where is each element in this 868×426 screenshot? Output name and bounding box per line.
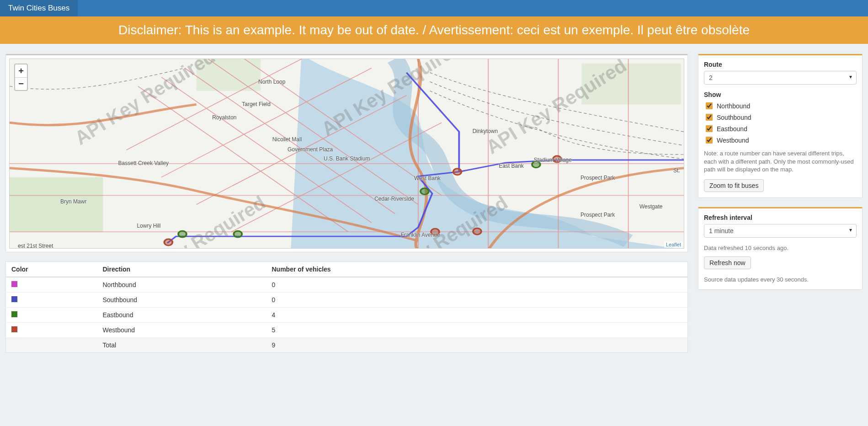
cell-count: 0 bbox=[266, 293, 688, 308]
map-attribution[interactable]: Leaflet bbox=[664, 241, 683, 248]
color-swatch bbox=[11, 281, 17, 287]
place-label: est 21st Street bbox=[18, 243, 53, 249]
disclaimer-banner: Disclaimer: This is an example. It may b… bbox=[0, 16, 868, 44]
table-row: Northbound0 bbox=[6, 277, 688, 293]
direction-checkbox[interactable] bbox=[706, 125, 713, 132]
zoom-control: + − bbox=[14, 64, 28, 91]
cell-direction: Northbound bbox=[97, 277, 266, 293]
table-row: Eastbound4 bbox=[6, 308, 688, 323]
map-panel: + − bbox=[5, 54, 688, 252]
th-count: Number of vehicles bbox=[266, 262, 688, 277]
bus-marker[interactable] bbox=[453, 169, 462, 175]
vehicle-table: Color Direction Number of vehicles North… bbox=[5, 261, 688, 353]
zoom-out-button[interactable]: − bbox=[15, 77, 27, 90]
place-label: Stadium Village bbox=[534, 157, 572, 163]
th-direction: Direction bbox=[97, 262, 266, 277]
th-color: Color bbox=[6, 262, 97, 277]
direction-label: Northbound bbox=[717, 102, 750, 110]
place-label: North Loop bbox=[258, 79, 285, 85]
place-label: Lowry Hill bbox=[137, 223, 160, 229]
cell-count: 0 bbox=[266, 277, 688, 293]
table-total-row: Total9 bbox=[6, 338, 688, 353]
place-label: Prospect Park bbox=[580, 212, 615, 218]
place-label: U.S. Bank Stadium bbox=[324, 155, 370, 162]
cell-direction: Southbound bbox=[97, 293, 266, 308]
map[interactable]: + − bbox=[9, 59, 684, 249]
source-note: Source data updates every 30 seconds. bbox=[704, 276, 857, 284]
bus-marker[interactable] bbox=[421, 188, 429, 195]
place-label: Target Field bbox=[242, 101, 271, 107]
route-label: Route bbox=[704, 61, 857, 68]
color-swatch bbox=[11, 326, 17, 332]
bus-marker[interactable] bbox=[473, 228, 481, 234]
navbar-brand[interactable]: Twin Cities Buses bbox=[0, 0, 78, 16]
cell-direction: Westbound bbox=[97, 323, 266, 338]
place-label: Royalston bbox=[212, 114, 236, 121]
table-row: Southbound0 bbox=[6, 293, 688, 308]
place-label: Franklin Avenue bbox=[401, 232, 440, 238]
route-select[interactable]: 2 bbox=[704, 71, 857, 85]
cell-total-label: Total bbox=[97, 338, 266, 353]
place-label: Cedar-Riverside bbox=[374, 196, 414, 202]
place-label: East Bank bbox=[499, 163, 524, 169]
refresh-label: Refresh interval bbox=[704, 214, 857, 221]
cell-count: 4 bbox=[266, 308, 688, 323]
route-note: Note: a route number can have several di… bbox=[704, 149, 857, 174]
place-label: Westgate bbox=[639, 203, 662, 210]
cell-direction: Eastbound bbox=[97, 308, 266, 323]
place-label: Government Plaza bbox=[288, 146, 333, 153]
map-bus-layer bbox=[10, 59, 684, 248]
direction-label: Southbound bbox=[717, 114, 751, 121]
direction-checkbox[interactable] bbox=[706, 114, 713, 121]
refresh-select[interactable]: 1 minute bbox=[704, 224, 857, 238]
place-label: Prospect Park bbox=[580, 175, 615, 181]
zoom-in-button[interactable]: + bbox=[15, 64, 27, 77]
color-swatch bbox=[11, 311, 17, 317]
direction-label: Westbound bbox=[717, 137, 749, 144]
place-label: Dinkytown bbox=[473, 128, 498, 134]
last-refreshed: Data refreshed 10 seconds ago. bbox=[704, 244, 857, 252]
direction-check[interactable]: Southbound bbox=[704, 112, 857, 122]
place-label: Bassett Creek Valley bbox=[118, 160, 169, 166]
direction-label: Eastbound bbox=[717, 125, 747, 133]
direction-checkbox[interactable] bbox=[706, 137, 713, 144]
show-label: Show bbox=[704, 91, 857, 98]
direction-check[interactable]: Westbound bbox=[704, 135, 857, 145]
direction-check[interactable]: Eastbound bbox=[704, 124, 857, 133]
bus-marker[interactable] bbox=[164, 239, 172, 245]
place-label: St. bbox=[673, 167, 680, 174]
navbar: Twin Cities Buses bbox=[0, 0, 868, 16]
zoom-fit-button[interactable]: Zoom to fit buses bbox=[704, 179, 764, 192]
cell-total-value: 9 bbox=[266, 338, 688, 353]
place-label: Nicollet Mall bbox=[272, 136, 302, 143]
place-label: Bryn Mawr bbox=[60, 198, 86, 205]
place-label: West Bank bbox=[414, 175, 441, 181]
cell-count: 5 bbox=[266, 323, 688, 338]
bus-marker[interactable] bbox=[178, 231, 186, 237]
direction-checkbox[interactable] bbox=[706, 102, 713, 109]
direction-check[interactable]: Northbound bbox=[704, 101, 857, 111]
route-panel: Route 2 Show NorthboundSouthboundEastbou… bbox=[698, 54, 863, 198]
refresh-now-button[interactable]: Refresh now bbox=[704, 256, 751, 269]
color-swatch bbox=[11, 296, 17, 302]
refresh-panel: Refresh interval 1 minute Data refreshed… bbox=[698, 207, 863, 290]
table-row: Westbound5 bbox=[6, 323, 688, 338]
bus-marker[interactable] bbox=[234, 231, 242, 237]
